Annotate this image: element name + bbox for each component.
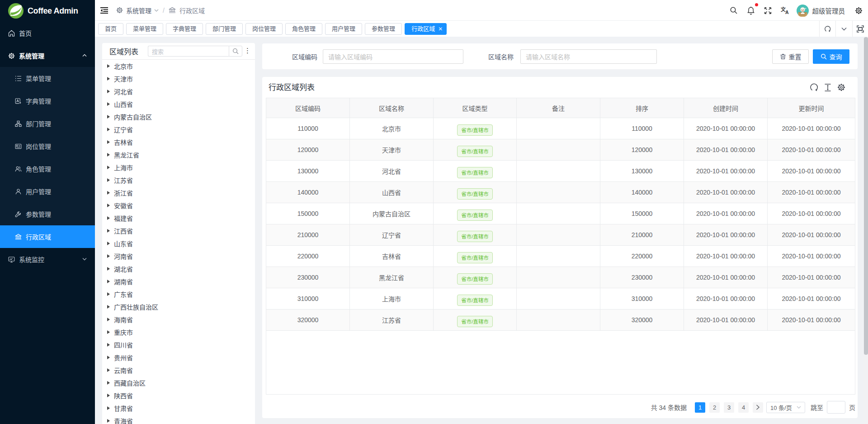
svg-text:A: A xyxy=(785,10,789,14)
